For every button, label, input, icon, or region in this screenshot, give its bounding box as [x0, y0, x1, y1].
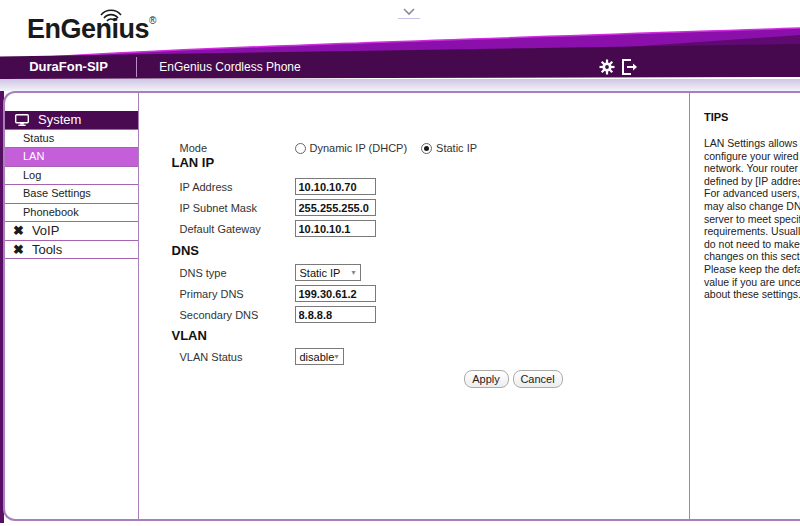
sidebar-item-label: System	[38, 111, 81, 128]
chevron-down-icon: ▾	[351, 268, 355, 277]
radio-dynamic-ip-label: Dynamic IP (DHCP)	[310, 142, 408, 154]
monitor-icon	[15, 114, 29, 126]
content-frame: System Status LAN Log Base Settings Phon…	[3, 91, 800, 521]
sidebar-item-label: Base Settings	[23, 185, 91, 202]
device-model-title: DuraFon-SIP	[0, 59, 137, 74]
tips-panel: TIPS LAN Settings allows you to configur…	[689, 93, 800, 519]
vlan-status-label: VLAN Status	[180, 351, 243, 363]
ip-address-label: IP Address	[180, 181, 233, 193]
collapse-chevron[interactable]	[398, 2, 420, 19]
sidebar-item-label: Phonebook	[23, 204, 79, 221]
radio-static-ip[interactable]	[421, 143, 432, 154]
sidebar-nav: System Status LAN Log Base Settings Phon…	[5, 93, 139, 519]
header-divider	[136, 57, 137, 77]
default-gateway-label: Default Gateway	[180, 223, 261, 235]
dns-type-value: Static IP	[300, 267, 341, 279]
vlan-status-select[interactable]: disable ▾	[295, 348, 344, 365]
sidebar-item-base-settings[interactable]: Base Settings	[5, 185, 138, 204]
radio-static-ip-label: Static IP	[436, 142, 477, 154]
sidebar-item-voip[interactable]: ✖ VoIP	[5, 222, 138, 241]
sidebar-item-tools[interactable]: ✖ Tools	[5, 241, 138, 260]
secondary-dns-field[interactable]	[295, 306, 376, 323]
sidebar-item-lan[interactable]: LAN	[5, 148, 138, 167]
dns-type-label: DNS type	[180, 267, 227, 279]
cancel-button[interactable]: Cancel	[513, 370, 563, 388]
sidebar-item-label: Status	[23, 130, 54, 147]
sidebar-item-label: VoIP	[32, 222, 59, 239]
primary-dns-field[interactable]	[295, 285, 376, 302]
chevron-down-icon	[402, 7, 416, 16]
secondary-dns-label: Secondary DNS	[180, 309, 259, 321]
logout-icon[interactable]	[621, 59, 638, 79]
apply-button[interactable]: Apply	[464, 370, 509, 388]
vlan-section-title: VLAN	[172, 328, 207, 343]
tools-icon: ✖	[13, 241, 24, 258]
mode-radio-group: Dynamic IP (DHCP) Static IP	[295, 142, 492, 154]
ip-address-field[interactable]	[295, 178, 376, 195]
header-gradient-strip	[0, 79, 800, 91]
subnet-mask-label: IP Subnet Mask	[180, 202, 257, 214]
radio-dynamic-ip[interactable]	[295, 143, 306, 154]
tips-body: LAN Settings allows you to configure you…	[704, 137, 800, 301]
sidebar-item-status[interactable]: Status	[5, 130, 138, 149]
lan-ip-section-title: LAN IP	[172, 155, 215, 170]
vlan-status-value: disable	[300, 351, 335, 363]
sidebar-item-label: Tools	[32, 241, 62, 258]
primary-dns-label: Primary DNS	[180, 288, 244, 300]
subnet-mask-field[interactable]	[295, 199, 376, 216]
sidebar-item-label: Log	[23, 167, 41, 184]
product-title: EnGenius Cordless Phone	[150, 60, 310, 74]
sidebar-item-log[interactable]: Log	[5, 167, 138, 186]
tips-title: TIPS	[704, 111, 800, 123]
lan-settings-form: Mode Dynamic IP (DHCP) Static IP LAN IP …	[141, 93, 689, 519]
sidebar-item-phonebook[interactable]: Phonebook	[5, 204, 138, 223]
dns-section-title: DNS	[172, 243, 199, 258]
sidebar-item-label: LAN	[23, 148, 44, 165]
sidebar-item-system[interactable]: System	[5, 111, 138, 130]
collapse-underline	[398, 18, 420, 19]
dns-type-select[interactable]: Static IP ▾	[295, 264, 361, 281]
mode-label: Mode	[180, 142, 208, 154]
logo-text: EnGenius	[27, 14, 149, 44]
wifi-signal-icon	[98, 8, 124, 24]
registered-mark: ®	[149, 15, 156, 26]
chevron-down-icon: ▾	[334, 352, 338, 361]
tools-icon: ✖	[13, 222, 24, 239]
sidebar-menu: System Status LAN Log Base Settings Phon…	[5, 111, 138, 259]
settings-gear-icon[interactable]	[599, 59, 615, 79]
engenius-logo: EnGenius®	[27, 14, 156, 45]
default-gateway-field[interactable]	[295, 220, 376, 237]
